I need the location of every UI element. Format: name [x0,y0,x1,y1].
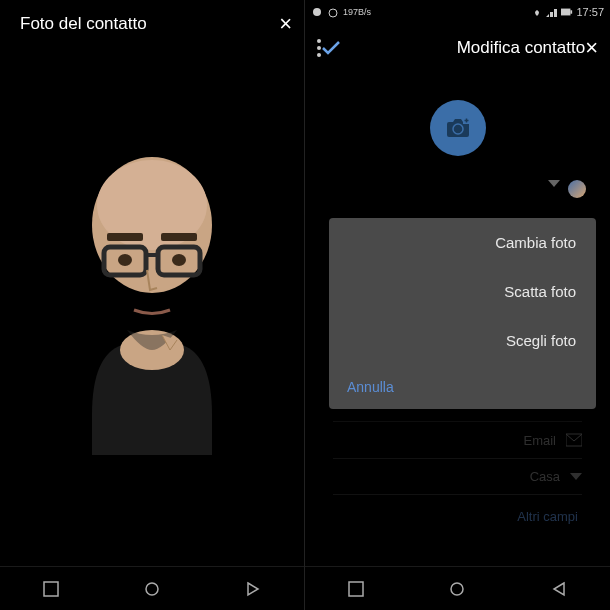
change-photo-option[interactable]: Cambia foto [329,218,596,267]
photo-header-title: Foto del contatto [12,14,263,34]
chevron-down-icon[interactable] [548,180,560,187]
status-bar: 17:57 197B/s [305,0,610,24]
battery-icon [561,6,573,18]
notification-icon [311,6,323,18]
svg-rect-14 [571,10,573,13]
edit-header-title: Modifica contatto [341,38,585,58]
dropdown-icon[interactable] [570,473,582,480]
signal-icon [546,6,558,18]
cancel-button[interactable]: Annulla [329,365,596,409]
svg-rect-23 [349,582,363,596]
account-row [321,180,594,206]
nav-bar-right [305,566,610,610]
svg-rect-13 [561,9,570,16]
nav-recent-button[interactable] [40,578,62,600]
nav-bar-left [0,566,304,610]
svg-rect-11 [44,582,58,596]
email-field-row[interactable]: Email [333,422,582,459]
nav-back-button[interactable] [548,578,570,600]
nav-back-button[interactable] [242,578,264,600]
choose-photo-option[interactable]: Scegli foto [329,316,596,365]
svg-point-24 [451,583,463,595]
svg-rect-10 [161,233,197,241]
svg-point-16 [313,8,321,16]
account-avatar[interactable] [568,180,586,198]
address-label: Casa [333,469,560,484]
add-photo-button[interactable] [430,100,486,156]
nav-home-button[interactable] [446,578,468,600]
address-field-row[interactable]: Casa [333,459,582,495]
photo-header: Foto del contatto × [0,0,304,48]
wifi-icon [531,6,543,18]
close-icon[interactable]: × [585,37,598,59]
close-icon[interactable]: × [279,13,292,35]
svg-point-7 [118,254,132,266]
more-fields-link[interactable]: Altri campi [333,495,582,538]
email-label: Email [333,433,556,448]
edit-contact-screen: 17:57 197B/s Modifica contatto × [305,0,610,610]
svg-point-15 [329,9,337,17]
contact-photo-area [20,120,284,490]
camera-icon [445,117,471,139]
photo-options-dialog: Cambia foto Scatta foto Scegli foto Annu… [329,218,596,409]
status-data-rate: 197B/s [343,7,371,17]
save-icon[interactable] [321,40,341,56]
take-photo-option[interactable]: Scatta foto [329,267,596,316]
svg-rect-9 [107,233,143,241]
nav-recent-button[interactable] [345,578,367,600]
svg-point-12 [146,583,158,595]
edit-header: Modifica contatto × [305,24,610,72]
svg-point-8 [172,254,186,266]
status-time: 17:57 [576,6,604,18]
photo-viewer-screen: Foto del contatto × [0,0,305,610]
alarm-icon [327,6,339,18]
nav-home-button[interactable] [141,578,163,600]
contact-photo-image [32,155,272,455]
email-icon [566,432,582,448]
